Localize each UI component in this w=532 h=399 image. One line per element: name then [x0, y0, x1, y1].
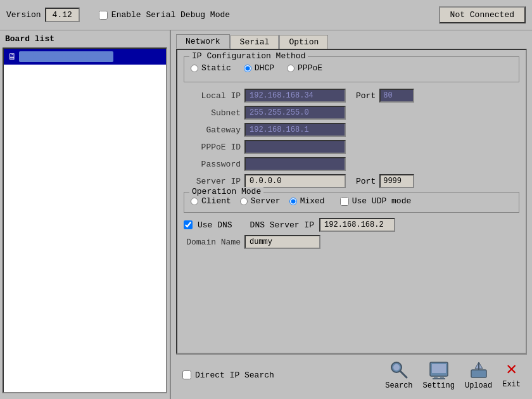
radio-dhcp-input[interactable]	[244, 65, 251, 72]
use-udp-label: Use UDP mode	[352, 196, 412, 206]
local-ip-input[interactable]	[244, 89, 346, 103]
sidebar: Board list 🖥 Board Device 1	[0, 30, 171, 399]
tab-network[interactable]: Network	[176, 34, 230, 49]
radio-server-input[interactable]	[240, 198, 248, 205]
pppoe-id-input[interactable]	[244, 140, 346, 154]
port-input[interactable]	[379, 89, 414, 103]
server-ip-input[interactable]	[244, 174, 346, 188]
server-port-label: Port	[356, 177, 376, 186]
use-udp-checkbox-label[interactable]: Use UDP mode	[340, 196, 412, 206]
debug-mode-checkbox[interactable]	[99, 11, 108, 20]
board-list: 🖥 Board Device 1	[3, 48, 167, 393]
radio-client-input[interactable]	[191, 198, 198, 205]
tab-serial[interactable]: Serial	[231, 35, 279, 49]
radio-static-input[interactable]	[191, 65, 198, 72]
use-dns-label: Use DNS	[198, 220, 232, 230]
radio-pppoe-label: PPPoE	[298, 63, 322, 73]
setting-icon	[429, 360, 449, 380]
subnet-input[interactable]	[244, 106, 346, 120]
network-fields: Local IP Port Subnet Gateway PPP	[184, 89, 519, 188]
domain-name-row: Domain Name	[184, 235, 519, 249]
operation-mode-group: Operation Mode Client Server Mixed	[184, 192, 519, 213]
bottom-actions: Search Setting	[385, 360, 521, 390]
gateway-label: Gateway	[184, 125, 241, 135]
board-item-text: Board Device 1	[19, 51, 113, 62]
not-connected-button[interactable]: Not Connected	[439, 6, 526, 23]
radio-pppoe[interactable]: PPPoE	[287, 63, 322, 73]
search-label: Search	[385, 381, 412, 390]
exit-label: Exit	[502, 380, 521, 389]
radio-static-label: Static	[201, 63, 231, 73]
board-list-label: Board list	[3, 33, 167, 45]
upload-icon	[469, 360, 489, 380]
exit-button[interactable]: ✕ Exit	[502, 361, 521, 389]
svg-line-1	[400, 371, 407, 377]
radio-mixed-label: Mixed	[300, 196, 325, 206]
ip-config-group: IP Configuration Method Static DHCP PPPo…	[184, 56, 519, 82]
svg-rect-8	[471, 370, 486, 377]
search-button[interactable]: Search	[385, 360, 412, 390]
local-ip-row: Local IP Port	[184, 89, 519, 103]
direct-ip-checkbox[interactable]	[182, 370, 191, 379]
subnet-row: Subnet	[184, 106, 519, 120]
svg-rect-4	[432, 364, 446, 373]
setting-label: Setting	[423, 381, 455, 390]
radio-mixed-input[interactable]	[289, 198, 297, 205]
subnet-label: Subnet	[184, 108, 241, 118]
password-row: Password	[184, 157, 519, 171]
port-label: Port	[356, 91, 376, 101]
radio-client-label: Client	[201, 196, 231, 206]
upload-label: Upload	[465, 381, 492, 390]
gateway-input[interactable]	[244, 123, 346, 137]
exit-icon: ✕	[506, 361, 517, 379]
server-port-input[interactable]	[379, 174, 414, 188]
upload-button[interactable]: Upload	[465, 360, 492, 390]
ip-config-radio-row: Static DHCP PPPoE	[191, 61, 512, 75]
board-list-item[interactable]: 🖥 Board Device 1	[4, 49, 166, 65]
operation-mode-radio-row: Client Server Mixed Use UDP mode	[191, 196, 512, 206]
version-label: Version	[6, 10, 41, 20]
radio-server-label: Server	[251, 196, 281, 206]
radio-client[interactable]: Client	[191, 196, 231, 206]
version-box: 4.12	[45, 8, 80, 22]
ip-config-label: IP Configuration Method	[189, 51, 308, 61]
tab-option[interactable]: Option	[279, 35, 328, 49]
pppoe-id-label: PPPoE ID	[184, 142, 241, 152]
right-panel: Network Serial Option IP Configuration M…	[171, 30, 532, 399]
use-dns-checkbox[interactable]	[184, 220, 193, 229]
svg-point-2	[393, 364, 400, 370]
debug-mode-area: Enable Serial Debug Mode	[99, 10, 439, 20]
direct-ip-label: Direct IP Search	[195, 370, 274, 380]
use-udp-checkbox[interactable]	[340, 197, 349, 206]
domain-name-label: Domain Name	[184, 238, 241, 247]
server-ip-label: Server IP	[184, 177, 241, 186]
pppoe-id-row: PPPoE ID	[184, 140, 519, 154]
bottom-bar: Direct IP Search Search	[176, 354, 527, 395]
setting-button[interactable]: Setting	[423, 360, 455, 390]
radio-dhcp[interactable]: DHCP	[244, 63, 274, 73]
server-ip-row: Server IP Port	[184, 174, 519, 188]
operation-mode-label: Operation Mode	[189, 187, 263, 196]
radio-pppoe-input[interactable]	[287, 65, 294, 72]
board-item-icon: 🖥	[8, 52, 16, 62]
svg-rect-7	[433, 378, 445, 379]
tab-bar: Network Serial Option	[176, 34, 527, 49]
main-area: Board list 🖥 Board Device 1 Network Seri…	[0, 30, 532, 399]
password-label: Password	[184, 160, 241, 169]
password-input[interactable]	[244, 157, 346, 171]
dns-server-label: DNS Server IP	[250, 220, 314, 230]
local-ip-label: Local IP	[184, 91, 241, 101]
radio-mixed[interactable]: Mixed	[289, 196, 325, 206]
search-icon	[389, 360, 409, 380]
top-bar: Version 4.12 Enable Serial Debug Mode No…	[0, 0, 532, 30]
gateway-row: Gateway	[184, 123, 519, 137]
radio-dhcp-label: DHCP	[255, 63, 274, 73]
tab-content: IP Configuration Method Static DHCP PPPo…	[176, 49, 527, 354]
dns-row: Use DNS DNS Server IP	[184, 218, 519, 232]
direct-ip-area: Direct IP Search	[182, 370, 379, 380]
radio-server[interactable]: Server	[240, 196, 281, 206]
debug-mode-label: Enable Serial Debug Mode	[111, 10, 230, 20]
domain-name-input[interactable]	[244, 235, 320, 249]
dns-server-input[interactable]	[319, 218, 395, 232]
radio-static[interactable]: Static	[191, 63, 231, 73]
